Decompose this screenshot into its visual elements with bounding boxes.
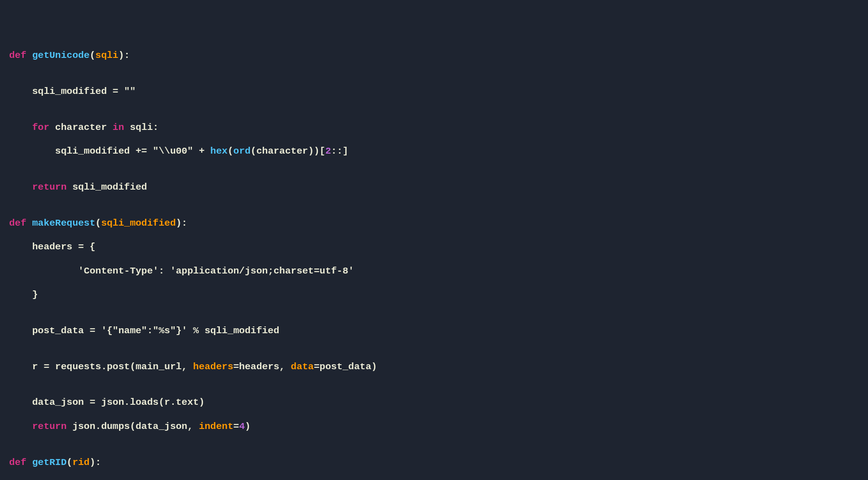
code-line: data_json = json.loads(r.text) [9, 397, 859, 408]
code-line: post_data = '{"name":"%s"}' % sqli_modif… [9, 325, 859, 337]
code-line: def makeRequest(sqli_modified): [9, 217, 859, 229]
code-editor[interactable]: def getUnicode(sqli): sqli_modified = ""… [9, 50, 859, 480]
code-line: sqli_modified += "\\u00" + hex(ord(chara… [9, 145, 859, 157]
code-line: return sqli_modified [9, 181, 859, 193]
code-line: for character in sqli: [9, 122, 859, 134]
code-line: headers = { [9, 241, 859, 253]
code-line: } [9, 289, 859, 301]
code-line: r = requests.post(main_url, headers=head… [9, 361, 859, 373]
code-line: 'Content-Type': 'application/json;charse… [9, 265, 859, 277]
code-line: sqli_modified = "" [9, 86, 859, 98]
code-line: def getRID(rid): [9, 457, 859, 469]
code-line: return json.dumps(data_json, indent=4) [9, 421, 859, 433]
code-line: def getUnicode(sqli): [9, 50, 859, 62]
